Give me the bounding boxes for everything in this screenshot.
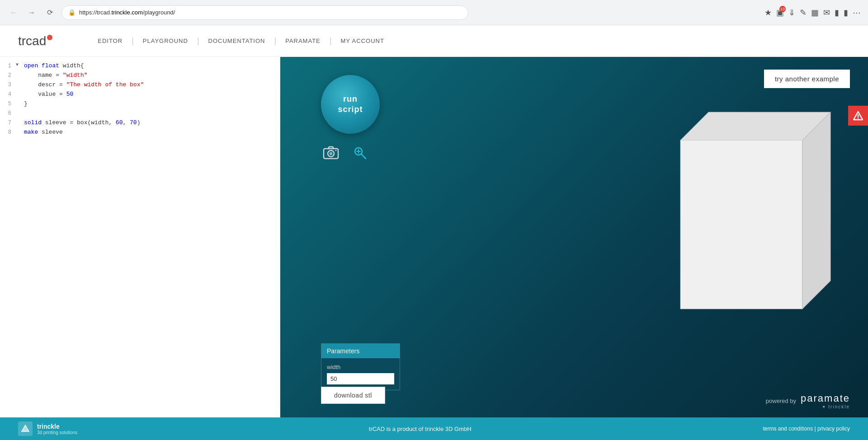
param-width-label: width <box>327 364 394 370</box>
svg-marker-11 <box>680 140 802 309</box>
nav-playground[interactable]: PLAYGROUND <box>134 37 197 44</box>
code-line-6: 6 <box>0 109 280 118</box>
preview-panel: try another example run script <box>280 57 868 417</box>
line-num-2: 2 <box>0 71 16 80</box>
code-line-7: 7 solid sleeve = box(width, 60, 70) <box>0 118 280 128</box>
pen-icon[interactable]: ✎ <box>800 8 807 18</box>
trinckle-sub: ✦ trinckle <box>822 404 850 409</box>
footer-logo: trinckle 3d printing solutions <box>18 421 77 436</box>
zoom-button[interactable] <box>350 143 370 163</box>
line-num-3: 3 <box>0 80 16 89</box>
parameters-body: width <box>321 358 400 390</box>
svg-marker-13 <box>802 112 830 309</box>
site-header: trcad EDITOR | PLAYGROUND | DOCUMENTATIO… <box>0 25 868 57</box>
line-num-6: 6 <box>0 109 16 118</box>
email-icon[interactable]: ✉ <box>823 8 830 18</box>
footer-brand: trinckle <box>37 423 77 430</box>
code-line-5: 5 } <box>0 99 280 109</box>
code-line-3: 3 descr = "The width of the box" <box>0 80 280 90</box>
download-icon[interactable]: ⇓ <box>788 8 795 18</box>
star-icon[interactable]: ★ <box>764 8 772 18</box>
run-script-button[interactable]: run script <box>321 75 380 134</box>
line-num-4: 4 <box>0 90 16 99</box>
paramate-branding: paramate ✦ trinckle <box>801 393 850 409</box>
nav-paramate[interactable]: PARAMATE <box>276 37 330 44</box>
camera-button[interactable] <box>321 143 341 163</box>
line-num-1: 1 <box>0 61 16 70</box>
trinckle-icon <box>21 424 30 433</box>
extensions-icon[interactable]: ▣ 10 <box>776 8 784 18</box>
footer-right-links[interactable]: terms and conditions | privacy policy <box>763 426 850 432</box>
address-bar[interactable]: 🔒 https://trcad.trinckle.com/playground/ <box>61 5 468 20</box>
code-line-4: 4 value = 50 <box>0 90 280 99</box>
site-footer: trinckle 3d printing solutions trCAD is … <box>0 417 868 440</box>
line-num-7: 7 <box>0 118 16 127</box>
code-line-2: 2 name = "width" <box>0 71 280 80</box>
footer-brand-wrap: trinckle 3d printing solutions <box>37 423 77 435</box>
line-num-5: 5 <box>0 99 16 108</box>
notification-badge: 10 <box>779 6 786 12</box>
svg-point-6 <box>335 150 337 151</box>
code-line-1: 1 ▼ open float width{ <box>0 61 280 71</box>
footer-center-text: trCAD is a product of trinckle 3D GmbH <box>369 426 472 432</box>
browser-chrome: ← → ⟳ 🔒 https://trcad.trinckle.com/playg… <box>0 0 868 25</box>
svg-point-5 <box>330 152 333 155</box>
parameters-header: Parameters <box>321 344 400 358</box>
paramate-logo: paramate <box>801 393 850 404</box>
3d-box-visual <box>651 84 832 337</box>
run-label: run <box>343 94 358 104</box>
footer-tagline: 3d printing solutions <box>37 430 77 435</box>
param-width-row <box>327 373 394 384</box>
nav-editor[interactable]: EDITOR <box>89 37 132 44</box>
powered-by: powered by paramate ✦ trinckle <box>766 393 850 409</box>
nav-documentation[interactable]: DOCUMENTATION <box>199 37 274 44</box>
back-button[interactable]: ← <box>7 6 20 19</box>
line-content-3: descr = "The width of the box" <box>23 80 280 90</box>
parameters-panel: Parameters width <box>321 343 400 390</box>
line-content-1: open float width{ <box>23 61 280 71</box>
nav-menu: EDITOR | PLAYGROUND | DOCUMENTATION | PA… <box>89 36 393 46</box>
line-toggle-1[interactable]: ▼ <box>16 61 23 69</box>
nav-my-account[interactable]: MY ACCOUNT <box>331 37 393 44</box>
forward-button[interactable]: → <box>25 6 38 19</box>
line-content-8: make sleeve <box>23 128 280 137</box>
shield-icon[interactable]: ▮ <box>835 8 839 18</box>
code-editor[interactable]: 1 ▼ open float width{ 2 name = "width" 3… <box>0 57 280 417</box>
url-text: https://trcad.trinckle.com/playground/ <box>79 9 175 16</box>
triangle-alert-icon <box>853 111 863 121</box>
param-width-input[interactable] <box>327 373 394 384</box>
script-label: script <box>338 104 363 115</box>
site-logo: trcad <box>18 34 52 48</box>
code-line-8: 8 make sleeve <box>0 128 280 137</box>
menu-icon[interactable]: ⋯ <box>853 8 861 18</box>
main-container: trcad EDITOR | PLAYGROUND | DOCUMENTATIO… <box>0 25 868 440</box>
refresh-button[interactable]: ⟳ <box>43 6 56 19</box>
line-content-4: value = 50 <box>23 90 280 99</box>
zoom-icon <box>353 145 367 160</box>
powered-by-label: powered by <box>766 398 796 404</box>
download-stl-button[interactable]: download stl <box>321 387 385 404</box>
line-content-7: solid sleeve = box(width, 60, 70) <box>23 118 280 128</box>
camera-icon <box>323 145 339 161</box>
alert-icon[interactable] <box>848 106 868 126</box>
grid-icon[interactable]: ▦ <box>811 8 819 18</box>
line-content-5: } <box>23 99 280 109</box>
svg-point-2 <box>858 118 859 119</box>
logo-dot <box>47 35 52 40</box>
content-area: 1 ▼ open float width{ 2 name = "width" 3… <box>0 57 868 417</box>
footer-logo-icon <box>18 421 33 436</box>
browser-toolbar: ★ ▣ 10 ⇓ ✎ ▦ ✉ ▮ ▮ ⋯ <box>764 8 861 18</box>
toolbar-icons <box>321 143 370 163</box>
svg-line-8 <box>361 154 366 159</box>
line-num-8: 8 <box>0 128 16 137</box>
svg-marker-14 <box>22 425 29 431</box>
shield2-icon[interactable]: ▮ <box>844 8 848 18</box>
line-content-2: name = "width" <box>23 71 280 80</box>
